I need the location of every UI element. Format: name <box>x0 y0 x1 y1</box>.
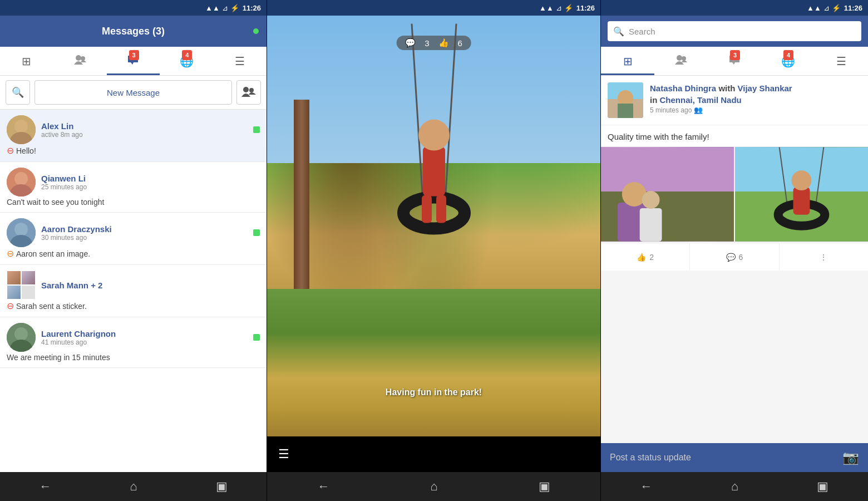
like-count: 2 <box>649 253 654 262</box>
nav-tabs-left: ⊞ 3 🌐 4 ☰ <box>0 47 267 76</box>
globe-badge-left: 4 <box>182 50 192 60</box>
tab-friends-left[interactable] <box>53 47 107 75</box>
wifi-icon-middle: ▲▲ <box>539 4 554 12</box>
post-photo-family <box>601 147 734 242</box>
message-list: Alex Lin active 8m ago ⊖ Hello! <box>0 110 267 472</box>
home-icon-right: ⊞ <box>623 55 633 68</box>
post-photo-swing <box>735 147 868 242</box>
ground-bg <box>267 289 600 436</box>
more-icon: ⋮ <box>820 253 827 262</box>
post-location-line: in Chennai, Tamil Nadu <box>650 94 861 106</box>
avatar-group <box>7 271 36 299</box>
messages-toolbar: 🔍 New Message <box>0 76 267 110</box>
recent-button-right[interactable]: ▣ <box>817 479 828 494</box>
like-icon: 👍 <box>637 253 646 262</box>
more-button[interactable]: ⋮ <box>780 243 868 271</box>
photo-container[interactable]: 💬 3 👍 6 Having fun in the park! <box>267 16 600 436</box>
back-button-left[interactable]: ← <box>39 479 51 494</box>
svg-rect-22 <box>436 195 446 223</box>
tab-globe-left[interactable]: 🌐 4 <box>160 47 213 75</box>
feed-panel: ▲▲ ⊿ ⚡ 11:26 🔍 Search ⊞ 3 🌐 4 <box>601 0 868 501</box>
tab-messages-right[interactable]: 3 <box>708 47 761 75</box>
message-meta: Laurent Charignon 41 minutes ago <box>41 329 248 346</box>
avatar <box>7 115 36 144</box>
photo-bottom-bar: ☰ <box>267 436 600 472</box>
photo-caption: Having fun in the park! <box>386 387 482 397</box>
globe-badge-right: 4 <box>783 50 793 60</box>
tab-globe-right[interactable]: 🌐 4 <box>761 47 815 75</box>
home-icon-left: ⊞ <box>22 55 31 68</box>
menu-icon-right: ☰ <box>836 55 846 68</box>
svg-point-34 <box>642 191 660 209</box>
message-meta: Alex Lin active 8m ago <box>41 121 248 139</box>
menu-icon-left: ☰ <box>235 55 245 68</box>
photo-main: 💬 3 👍 6 Having fun in the park! <box>267 16 600 436</box>
search-box[interactable]: 🔍 Search <box>608 21 861 41</box>
search-button[interactable]: 🔍 <box>6 80 30 105</box>
status-update-bar: Post a status update 📷 <box>601 443 868 472</box>
search-header: 🔍 Search <box>601 16 868 47</box>
like-icon: 👍 <box>438 38 449 48</box>
list-item[interactable]: Alex Lin active 8m ago ⊖ Hello! <box>0 110 267 162</box>
status-bar-right: ▲▲ ⊿ ⚡ 11:26 <box>601 0 868 16</box>
message-meta: Aaron Draczynski 30 minutes ago <box>41 224 248 242</box>
svg-rect-28 <box>618 104 633 118</box>
back-button-right[interactable]: ← <box>640 479 653 494</box>
avatar <box>7 323 36 352</box>
tab-friends-right[interactable] <box>654 47 708 75</box>
list-item[interactable]: Aaron Draczynski 30 minutes ago ⊖ Aaron … <box>0 213 267 265</box>
tab-menu-left[interactable]: ☰ <box>213 47 267 75</box>
post-card: Natasha Dhingra with Vijay Shankar in Ch… <box>601 76 868 443</box>
svg-rect-33 <box>640 208 662 242</box>
sender-name: Alex Lin <box>41 121 248 131</box>
status-icons-middle: ▲▲ ⊿ ⚡ <box>539 4 573 12</box>
new-message-button[interactable]: New Message <box>34 80 232 105</box>
back-button-middle[interactable]: ← <box>317 479 329 494</box>
bottom-nav-middle: ← ⌂ ▣ <box>267 472 600 501</box>
list-item[interactable]: Sarah Mann + 2 ⊖ Sarah sent a sticker. <box>0 265 267 317</box>
message-preview: ⊖ Hello! <box>7 145 260 156</box>
post-header: Natasha Dhingra with Vijay Shankar in Ch… <box>601 76 868 125</box>
post-image-left[interactable] <box>601 147 734 242</box>
home-button-right[interactable]: ⌂ <box>731 479 738 494</box>
sender-name: Aaron Draczynski <box>41 224 248 234</box>
home-button-middle[interactable]: ⌂ <box>430 479 437 494</box>
svg-point-14 <box>14 327 28 341</box>
battery-icon-right: ⚡ <box>832 4 841 12</box>
sender-name: Qianwen Li <box>41 174 260 183</box>
comment-icon: 💬 <box>405 38 416 48</box>
recent-button-left[interactable]: ▣ <box>216 479 228 494</box>
svg-point-2 <box>243 87 249 92</box>
contacts-button[interactable] <box>236 80 261 105</box>
hamburger-icon[interactable]: ☰ <box>278 447 289 461</box>
friends-icon-left <box>74 55 86 67</box>
svg-point-3 <box>249 88 254 92</box>
message-preview: ⊖ Sarah sent a sticker. <box>7 301 260 311</box>
like-button[interactable]: 👍 2 <box>601 243 690 271</box>
message-time: 30 minutes ago <box>41 234 248 242</box>
status-update-placeholder[interactable]: Post a status update <box>610 453 836 463</box>
tab-home-right[interactable]: ⊞ <box>601 47 654 75</box>
contacts-icon <box>241 86 256 99</box>
tab-messages-left[interactable]: 3 <box>107 47 160 75</box>
list-item[interactable]: Laurent Charignon 41 minutes ago We are … <box>0 317 267 368</box>
recent-button-middle[interactable]: ▣ <box>539 479 550 494</box>
svg-rect-40 <box>793 187 810 215</box>
svg-point-5 <box>14 120 28 133</box>
camera-button[interactable]: 📷 <box>842 450 859 465</box>
status-time-left: 11:26 <box>243 4 261 12</box>
search-placeholder: Search <box>629 27 655 36</box>
tab-home-left[interactable]: ⊞ <box>0 47 53 75</box>
comment-button[interactable]: 💬 6 <box>690 243 779 271</box>
swing-chains <box>378 16 490 310</box>
home-button-left[interactable]: ⌂ <box>130 479 137 494</box>
post-location: Chennai, Tamil Nadu <box>660 95 742 105</box>
sender-name: Sarah Mann + 2 <box>41 281 260 290</box>
tab-menu-right[interactable]: ☰ <box>815 47 868 75</box>
friends-small-icon: 👥 <box>694 106 703 114</box>
messages-badge-right: 3 <box>730 50 740 60</box>
list-item[interactable]: Qianwen Li 25 minutes ago Can't wait to … <box>0 162 267 213</box>
svg-point-41 <box>792 170 812 190</box>
post-image-right[interactable] <box>735 147 868 242</box>
online-status <box>253 229 260 236</box>
